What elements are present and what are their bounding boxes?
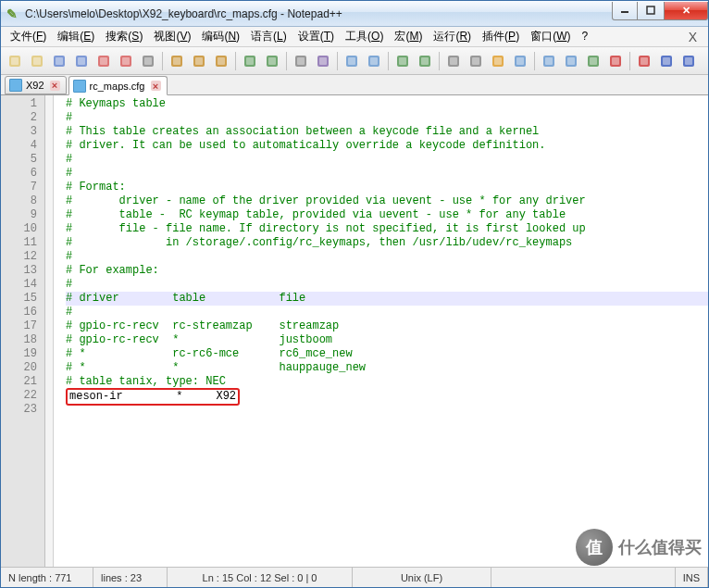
close-button[interactable]: ✕	[664, 2, 708, 20]
line-number[interactable]: 2	[1, 111, 44, 125]
line-number[interactable]: 17	[1, 319, 44, 333]
minimize-button[interactable]	[612, 2, 638, 20]
lang-icon[interactable]	[510, 51, 530, 71]
menu-item[interactable]: ?	[576, 28, 593, 44]
code-line[interactable]: # gpio-rc-recv rc-streamzap streamzap	[66, 319, 708, 333]
code-line[interactable]: # Keymaps table	[66, 97, 708, 111]
menu-item[interactable]: 语言(L)	[245, 28, 292, 44]
code-line[interactable]: # file - file name. If directory is not …	[66, 222, 708, 236]
menu-item[interactable]: 视图(V)	[148, 28, 196, 44]
code-line[interactable]: # * * hauppauge_new	[66, 361, 708, 375]
play-icon[interactable]	[678, 51, 699, 71]
menu-close-doc[interactable]: X	[681, 30, 704, 44]
line-number[interactable]: 13	[1, 264, 44, 278]
sync-v-icon[interactable]	[392, 51, 413, 71]
code-line[interactable]: # This table creates an association betw…	[66, 125, 708, 139]
line-number[interactable]: 6	[1, 167, 44, 181]
line-number[interactable]: 19	[1, 347, 44, 361]
line-number[interactable]: 10	[1, 222, 44, 236]
line-number[interactable]: 11	[1, 236, 44, 250]
menu-item[interactable]: 运行(R)	[428, 28, 477, 44]
line-number[interactable]: 21	[1, 375, 44, 389]
menu-item[interactable]: 文件(F)	[5, 28, 52, 44]
code-line[interactable]: # driver - name of the driver provided v…	[66, 194, 708, 208]
code-line[interactable]: # Format:	[66, 181, 708, 194]
line-number[interactable]: 14	[1, 278, 44, 292]
code-area[interactable]: # Keymaps table## This table creates an …	[45, 95, 708, 567]
code-line[interactable]: # table - RC keymap table, provided via …	[66, 208, 708, 222]
func-list-icon[interactable]	[561, 51, 581, 71]
code-line[interactable]: # For example:	[66, 264, 708, 278]
titlebar[interactable]: ✎ C:\Users\melo\Desktop\X92_keyboard\rc_…	[1, 1, 708, 27]
wrap-icon[interactable]	[443, 51, 464, 71]
save-all-icon[interactable]	[71, 51, 92, 71]
doc-map-icon[interactable]	[539, 51, 559, 71]
code-line[interactable]: #	[66, 111, 708, 125]
code-line[interactable]: #	[66, 250, 708, 264]
menu-item[interactable]: 工具(O)	[340, 28, 389, 44]
menu-item[interactable]: 搜索(S)	[100, 28, 148, 44]
line-number[interactable]: 12	[1, 250, 44, 264]
code-line[interactable]: #	[66, 306, 708, 319]
line-number[interactable]: 1	[1, 97, 44, 111]
code-line[interactable]: # table tanix, type: NEC	[66, 375, 708, 389]
code-line[interactable]: #	[66, 278, 708, 292]
cut-icon[interactable]	[167, 51, 187, 71]
new-file-icon[interactable]	[5, 51, 25, 71]
menu-item[interactable]: 编辑(E)	[52, 28, 100, 44]
stop-icon[interactable]	[656, 51, 677, 71]
maximize-button[interactable]	[637, 2, 665, 20]
tab-close-icon[interactable]: ×	[50, 81, 60, 91]
sync-h-icon[interactable]	[415, 51, 435, 71]
tab[interactable]: rc_maps.cfg×	[68, 76, 168, 95]
code-line[interactable]: # * rc-rc6-mce rc6_mce_new	[66, 347, 708, 361]
line-number[interactable]: 4	[1, 139, 44, 153]
file-icon	[73, 80, 86, 93]
paste-icon[interactable]	[211, 51, 231, 71]
close-all-icon[interactable]	[116, 51, 136, 71]
close-icon[interactable]	[93, 51, 114, 71]
line-number[interactable]: 18	[1, 333, 44, 347]
line-number[interactable]: 16	[1, 306, 44, 319]
menu-item[interactable]: 窗口(W)	[525, 28, 576, 44]
code-line[interactable]: # driver table file	[66, 292, 708, 306]
open-file-icon[interactable]	[27, 51, 47, 71]
menu-item[interactable]: 编码(N)	[196, 28, 245, 44]
tab-close-icon[interactable]: ×	[151, 81, 161, 91]
code-line[interactable]: # gpio-rc-recv * justboom	[66, 333, 708, 347]
zoom-in-icon[interactable]	[342, 51, 362, 71]
save-icon[interactable]	[49, 51, 69, 71]
code-line[interactable]: #	[66, 153, 708, 167]
line-number[interactable]: 22	[1, 389, 44, 403]
undo-icon[interactable]	[240, 51, 260, 71]
line-number[interactable]: 23	[1, 403, 44, 417]
code-line[interactable]: # in /storage/.config/rc_keymaps, then /…	[66, 236, 708, 250]
tab[interactable]: X92×	[5, 76, 67, 94]
line-number[interactable]: 15	[1, 292, 44, 306]
line-number[interactable]: 7	[1, 181, 44, 194]
line-number[interactable]: 3	[1, 125, 44, 139]
menu-item[interactable]: 设置(T)	[292, 28, 340, 44]
redo-icon[interactable]	[262, 51, 282, 71]
copy-icon[interactable]	[189, 51, 209, 71]
code-line[interactable]: #	[66, 167, 708, 181]
find-icon[interactable]	[291, 51, 311, 71]
menu-item[interactable]: 插件(P)	[477, 28, 525, 44]
folder-icon[interactable]	[583, 51, 603, 71]
replace-icon[interactable]	[313, 51, 333, 71]
menu-item[interactable]: 宏(M)	[389, 28, 428, 44]
monitor-icon[interactable]	[605, 51, 626, 71]
zoom-out-icon[interactable]	[364, 51, 384, 71]
indent-guide-icon[interactable]	[488, 51, 508, 71]
code-line[interactable]: meson-ir * X92	[66, 389, 708, 403]
code-line[interactable]: # driver. It can be used to automaticall…	[66, 139, 708, 153]
all-chars-icon[interactable]	[466, 51, 486, 71]
line-number-gutter[interactable]: 1234567891011121314151617181920212223	[1, 95, 45, 567]
line-number[interactable]: 9	[1, 208, 44, 222]
line-number[interactable]: 5	[1, 153, 44, 167]
record-icon[interactable]	[634, 51, 654, 71]
print-icon[interactable]	[138, 51, 158, 71]
line-number[interactable]: 8	[1, 194, 44, 208]
svg-rect-51	[590, 57, 597, 65]
line-number[interactable]: 20	[1, 361, 44, 375]
